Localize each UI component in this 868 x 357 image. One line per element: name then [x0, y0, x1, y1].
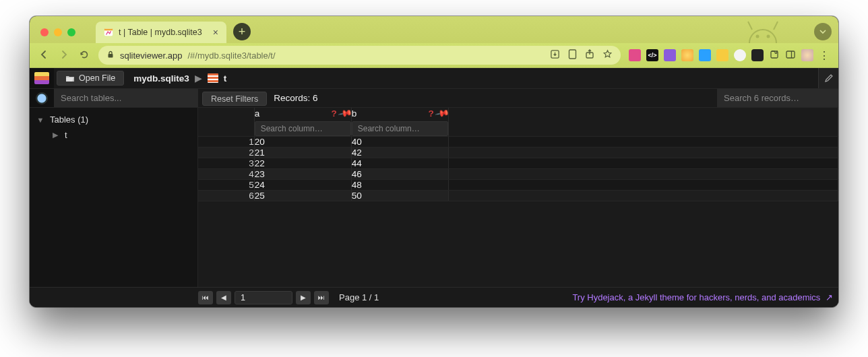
- circle-icon[interactable]: [36, 92, 48, 104]
- column-header-b[interactable]: b ? 📌: [351, 108, 448, 137]
- table-row[interactable]: 62550: [198, 191, 838, 201]
- cell-a[interactable]: 24: [254, 180, 351, 191]
- pin-icon[interactable]: 📌: [435, 108, 450, 121]
- search-records-input[interactable]: [717, 89, 838, 107]
- open-file-label: Open File: [79, 73, 115, 83]
- search-records-field[interactable]: [717, 89, 838, 107]
- address-bar[interactable]: sqliteviewer.app/#/mydb.sqlite3/table/t/: [98, 46, 621, 65]
- extension-icon[interactable]: </>: [646, 49, 658, 61]
- pager-first-button[interactable]: ⏮: [198, 291, 213, 304]
- column-search-input[interactable]: [255, 121, 351, 136]
- cell-b[interactable]: 40: [351, 137, 448, 148]
- sidebar-item-label: t: [65, 130, 67, 140]
- bookmark-star-icon[interactable]: [602, 49, 613, 61]
- cell-filler: [448, 191, 838, 201]
- profile-avatar-icon[interactable]: [801, 49, 813, 61]
- column-search-input[interactable]: [352, 121, 448, 136]
- pager-last-button[interactable]: ⏭: [314, 291, 329, 304]
- cell-b[interactable]: 44: [351, 158, 448, 169]
- reader-icon[interactable]: [568, 49, 577, 61]
- sidebar-root-tables[interactable]: ▼ Tables (1): [30, 112, 197, 127]
- chrome-menu-icon[interactable]: ⋮: [819, 49, 830, 62]
- header-action-button[interactable]: [818, 68, 838, 88]
- app-footer: ⏮ ◀ ▶ ⏭ Page 1 / 1 Try Hydejack, a Jekyl…: [30, 287, 838, 307]
- grid-filler: [448, 108, 838, 137]
- lock-icon: [106, 51, 115, 61]
- search-tables-input[interactable]: [54, 89, 198, 107]
- extension-icon[interactable]: [629, 49, 641, 61]
- close-window-icon[interactable]: [40, 28, 49, 36]
- cell-filler: [448, 137, 838, 148]
- side-panel-icon[interactable]: [785, 49, 796, 62]
- app-header: Open File mydb.sqlite3 ▶ t: [30, 68, 838, 88]
- cell-a[interactable]: 21: [254, 148, 351, 158]
- table-row[interactable]: 22142: [198, 148, 838, 158]
- table-row[interactable]: 42346: [198, 169, 838, 180]
- install-app-icon[interactable]: [550, 49, 560, 61]
- cell-a[interactable]: 25: [254, 191, 351, 201]
- app-subheader: Reset Filters Records: 6: [30, 88, 838, 108]
- reload-button[interactable]: [78, 49, 90, 62]
- theme-android-icon: [741, 16, 784, 43]
- table-row[interactable]: 52448: [198, 180, 838, 191]
- pin-icon[interactable]: 📌: [338, 108, 353, 121]
- cell-b[interactable]: 50: [351, 191, 448, 201]
- maximize-window-icon[interactable]: [67, 28, 75, 36]
- row-number: 4: [198, 169, 254, 180]
- extension-icon[interactable]: [734, 49, 746, 61]
- records-count: Records: 6: [271, 89, 317, 107]
- cell-a[interactable]: 22: [254, 158, 351, 169]
- folder-open-icon: [65, 74, 75, 82]
- cell-b[interactable]: 48: [351, 180, 448, 191]
- cell-b[interactable]: 42: [351, 148, 448, 158]
- extension-icon[interactable]: [716, 49, 728, 61]
- external-link-icon: ↗: [826, 292, 833, 302]
- column-name: a: [255, 108, 329, 119]
- column-type-unknown-icon[interactable]: ?: [429, 108, 434, 119]
- cell-b[interactable]: 46: [351, 169, 448, 180]
- caret-right-icon: ▶: [51, 131, 59, 139]
- sidebar-item-t[interactable]: ▶ t: [30, 127, 197, 143]
- sidebar-root-label: Tables (1): [50, 115, 88, 125]
- table-icon: [208, 73, 218, 83]
- svg-point-5: [767, 35, 770, 38]
- url-path: /#/mydb.sqlite3/table/t/: [188, 51, 276, 61]
- data-grid[interactable]: a ? 📌 b ? 📌: [198, 108, 838, 287]
- extension-icon[interactable]: [681, 49, 693, 61]
- extensions-puzzle-icon[interactable]: [769, 49, 780, 62]
- tab-title: t | Table | mydb.sqlite3: [119, 28, 202, 37]
- breadcrumb: mydb.sqlite3 ▶ t: [124, 68, 226, 88]
- new-tab-button[interactable]: +: [233, 23, 251, 40]
- share-icon[interactable]: [585, 49, 594, 61]
- tab-overflow-button[interactable]: [814, 23, 832, 40]
- svg-line-3: [774, 22, 778, 30]
- back-button[interactable]: [38, 49, 50, 62]
- svg-rect-1: [104, 29, 113, 31]
- pager-next-button[interactable]: ▶: [296, 291, 311, 304]
- extension-icon[interactable]: [664, 49, 676, 61]
- svg-rect-6: [108, 54, 113, 58]
- cell-a[interactable]: 23: [254, 169, 351, 180]
- pager-page-input[interactable]: [235, 291, 292, 304]
- table-row[interactable]: 32244: [198, 158, 838, 169]
- url-host: sqliteviewer.app: [120, 51, 183, 61]
- browser-tab[interactable]: t | Table | mydb.sqlite3 ×: [96, 22, 226, 43]
- extension-icon[interactable]: [751, 49, 764, 61]
- forward-button[interactable]: [58, 49, 70, 62]
- open-file-button[interactable]: Open File: [57, 71, 124, 86]
- cell-a[interactable]: 20: [254, 137, 351, 148]
- pager-prev-button[interactable]: ◀: [216, 291, 231, 304]
- extension-icon[interactable]: [699, 49, 711, 61]
- search-tables-field[interactable]: [54, 89, 198, 107]
- tab-close-icon[interactable]: ×: [213, 27, 218, 38]
- browser-window: t | Table | mydb.sqlite3 × +: [30, 16, 838, 307]
- table-row[interactable]: 12040: [198, 137, 838, 148]
- column-type-unknown-icon[interactable]: ?: [332, 108, 337, 119]
- footer-promo-link[interactable]: Try Hydejack, a Jekyll theme for hackers…: [572, 292, 833, 302]
- reset-filters-button[interactable]: Reset Filters: [202, 92, 267, 106]
- minimize-window-icon[interactable]: [54, 28, 62, 36]
- breadcrumb-db[interactable]: mydb.sqlite3: [133, 73, 189, 84]
- column-header-a[interactable]: a ? 📌: [254, 108, 351, 137]
- row-number: 6: [198, 191, 254, 201]
- row-number: 3: [198, 158, 254, 169]
